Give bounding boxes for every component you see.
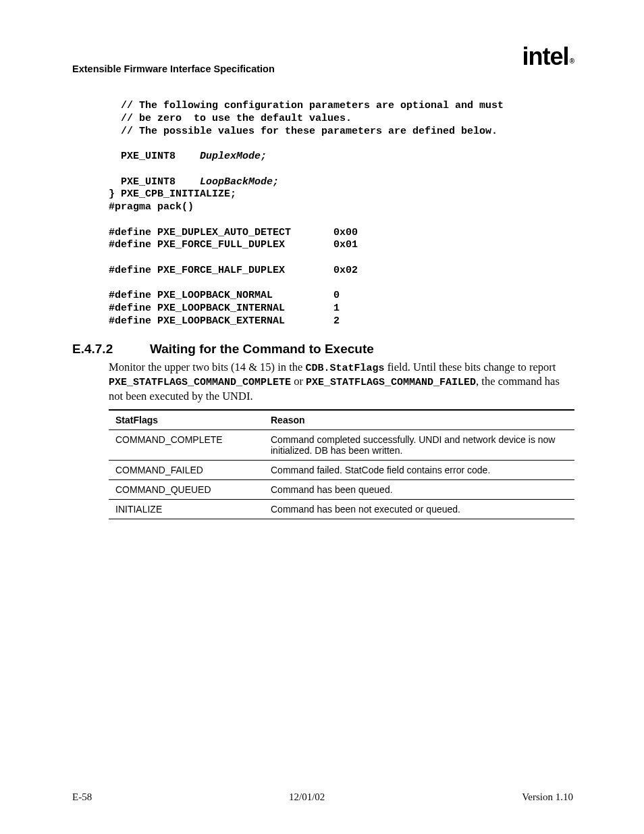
cell-reason: Command has been queued.	[264, 479, 574, 499]
body-paragraph: Monitor the upper two bits (14 & 15) in …	[109, 361, 573, 404]
page-header: Extensible Firmware Interface Specificat…	[72, 50, 573, 74]
cell-statflags: COMMAND_COMPLETE	[109, 429, 264, 460]
code-block: // The following configuration parameter…	[109, 100, 573, 328]
statflags-table: StatFlags Reason COMMAND_COMPLETE Comman…	[109, 409, 574, 519]
code-line: #define PXE_LOOPBACK_INTERNAL 1	[109, 303, 340, 314]
intel-logo: intel®	[522, 45, 573, 69]
code-line: #define PXE_LOOPBACK_EXTERNAL 2	[109, 315, 340, 327]
cell-reason: Command failed. StatCode field contains …	[264, 460, 574, 479]
code-type: PXE_UINT8	[109, 176, 200, 188]
col-header-statflags: StatFlags	[109, 410, 264, 430]
cell-statflags: COMMAND_QUEUED	[109, 479, 264, 499]
cell-statflags: INITIALIZE	[109, 499, 264, 519]
section-heading: E.4.7.2Waiting for the Command to Execut…	[72, 342, 573, 357]
code-line: #pragma pack()	[109, 201, 194, 213]
doc-title: Extensible Firmware Interface Specificat…	[72, 63, 275, 74]
cell-reason: Command completed successfully. UNDI and…	[264, 429, 574, 460]
page: Extensible Firmware Interface Specificat…	[0, 0, 644, 834]
code-line: // The possible values for these paramet…	[109, 126, 498, 137]
table-header-row: StatFlags Reason	[109, 410, 574, 430]
code-field-name: LoopBackMode;	[200, 176, 279, 188]
para-text: field. Until these bits change to report	[385, 361, 556, 373]
code-line: #define PXE_DUPLEX_AUTO_DETECT 0x00	[109, 227, 358, 238]
page-footer: E-58 12/01/02 Version 1.10	[72, 791, 573, 803]
footer-page-number: E-58	[72, 791, 92, 803]
footer-version: Version 1.10	[522, 791, 573, 803]
code-line: // The following configuration parameter…	[109, 100, 504, 111]
code-line: #define PXE_FORCE_FULL_DUPLEX 0x01	[109, 239, 358, 251]
inline-code: PXE_STATFLAGS_COMMAND_FAILED	[306, 377, 476, 388]
table-row: COMMAND_FAILED Command failed. StatCode …	[109, 460, 574, 479]
col-header-reason: Reason	[264, 410, 574, 430]
code-type: PXE_UINT8	[109, 151, 200, 162]
code-field-name: DuplexMode;	[200, 151, 267, 162]
inline-code: CDB.StatFlags	[305, 363, 384, 374]
table-row: COMMAND_QUEUED Command has been queued.	[109, 479, 574, 499]
code-line: #define PXE_LOOPBACK_NORMAL 0	[109, 290, 340, 301]
cell-reason: Command has been not executed or queued.	[264, 499, 574, 519]
footer-date: 12/01/02	[289, 791, 325, 803]
logo-text: intel	[522, 43, 569, 70]
code-line: #define PXE_FORCE_HALF_DUPLEX 0x02	[109, 265, 358, 276]
inline-code: PXE_STATFLAGS_COMMAND_COMPLETE	[109, 377, 291, 388]
section-number: E.4.7.2	[72, 342, 150, 357]
para-text: or	[291, 375, 306, 388]
table-row: INITIALIZE Command has been not executed…	[109, 499, 574, 519]
section-title: Waiting for the Command to Execute	[150, 342, 374, 356]
registered-icon: ®	[570, 57, 574, 65]
para-text: Monitor the upper two bits (14 & 15) in …	[109, 361, 305, 373]
cell-statflags: COMMAND_FAILED	[109, 460, 264, 479]
code-line: } PXE_CPB_INITIALIZE;	[109, 188, 236, 200]
code-line: // be zero to use the default values.	[109, 113, 352, 124]
table-row: COMMAND_COMPLETE Command completed succe…	[109, 429, 574, 460]
